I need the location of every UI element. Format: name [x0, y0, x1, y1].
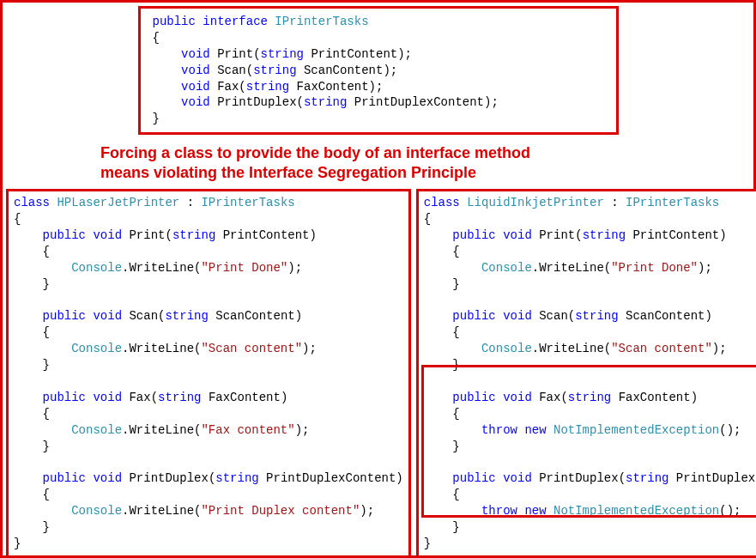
- classes-row: class HPLaserJetPrinter : IPrinterTasks …: [6, 189, 750, 558]
- left-class-box: class HPLaserJetPrinter : IPrinterTasks …: [6, 189, 411, 558]
- caption-text: Forcing a class to provide the body of a…: [100, 143, 650, 182]
- violation-highlight-box: [421, 365, 756, 518]
- interface-code: public interface IPrinterTasks { void Pr…: [153, 14, 604, 127]
- left-class-code: class HPLaserJetPrinter : IPrinterTasks …: [14, 195, 403, 552]
- diagram-container: public interface IPrinterTasks { void Pr…: [0, 0, 756, 558]
- interface-code-box: public interface IPrinterTasks { void Pr…: [138, 6, 619, 135]
- right-class-box: class LiquidInkjetPrinter : IPrinterTask…: [416, 189, 756, 558]
